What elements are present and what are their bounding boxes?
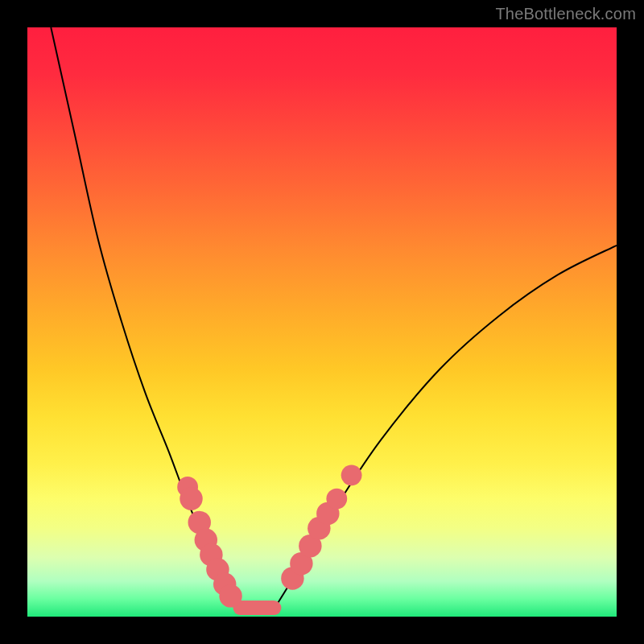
marker-dot <box>341 464 362 485</box>
marker-dots <box>177 464 361 607</box>
chart-svg <box>27 27 617 617</box>
left-curve <box>51 27 239 608</box>
flat-segment <box>233 601 282 615</box>
svg-rect-0 <box>233 601 282 615</box>
plot-area <box>27 27 617 617</box>
marker-dot <box>180 487 202 510</box>
chart-frame: TheBottleneck.com <box>0 0 644 644</box>
right-curve <box>275 246 617 608</box>
marker-dot <box>219 584 242 607</box>
watermark-label: TheBottleneck.com <box>495 5 636 23</box>
marker-dot <box>326 489 347 510</box>
